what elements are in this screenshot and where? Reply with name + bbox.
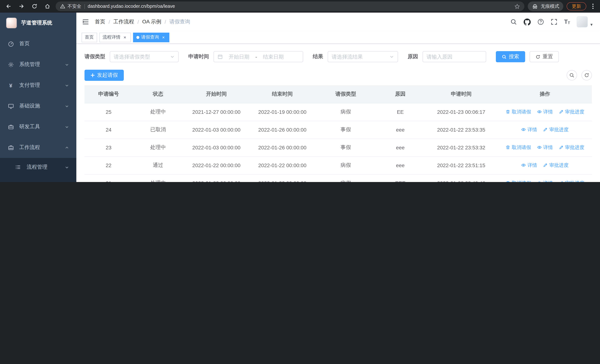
browser-menu-icon[interactable] (590, 3, 596, 9)
sidebar-item-system[interactable]: 系统管理 (0, 54, 76, 75)
approval-progress-link[interactable]: 审批进度 (543, 126, 569, 133)
toggle-search-icon[interactable] (567, 70, 577, 80)
detail-label: 详情 (543, 180, 553, 182)
cell-status: 已取消 (133, 121, 183, 139)
sidebar-item-task-management[interactable]: 任务管理 (0, 177, 76, 182)
home-icon[interactable] (43, 1, 52, 11)
breadcrumb-oa-example[interactable]: OA 示例 (142, 19, 161, 25)
cell-leave-type: 病假 (315, 156, 376, 174)
breadcrumb-home[interactable]: 首页 (95, 19, 105, 25)
sidebar-toggle-icon[interactable] (76, 13, 95, 31)
security-warning[interactable]: 不安全 (60, 3, 81, 9)
browser-update-button[interactable]: 更新 (567, 2, 586, 10)
yen-icon: ¥ (7, 82, 14, 88)
start-date-input[interactable] (225, 54, 253, 60)
browser-chrome: 不安全 dashboard.yudao.iocoder.cn/bpm/oa/le… (0, 0, 600, 13)
edit-icon (543, 163, 548, 168)
cell-end-time: 2022-01-26 00:00:00 (249, 121, 315, 139)
cancel-leave-link[interactable]: 取消请假 (506, 109, 531, 115)
trash-icon (506, 110, 510, 114)
detail-link[interactable]: 详情 (537, 109, 553, 115)
result-input[interactable] (332, 54, 390, 60)
logo-image (6, 18, 17, 28)
incognito-badge: 无痕模式 (528, 1, 563, 11)
refresh-table-icon[interactable] (581, 70, 592, 80)
reload-icon[interactable] (30, 1, 39, 11)
cell-start-time: 2021-12-27 00:00:00 (183, 103, 249, 121)
cell-leave-type: 事假 (315, 139, 376, 156)
approval-progress-label: 审批进度 (549, 162, 569, 169)
close-icon[interactable]: × (122, 35, 128, 40)
sidebar-item-workflow[interactable]: 工作流程 (0, 137, 76, 158)
leave-type-select[interactable] (110, 51, 179, 62)
breadcrumb-workflow[interactable]: 工作流程 (113, 19, 134, 25)
chevron-down-icon (65, 63, 69, 66)
tags-bar: 首页 流程详情 × 请假查询 × (76, 31, 600, 44)
table-row: 21 处理中 2022-01-22 00:00:00 2022-01-23 00… (84, 174, 592, 182)
list-icon (15, 164, 21, 170)
cancel-leave-link[interactable]: 取消请假 (506, 144, 531, 151)
tab-leave-query[interactable]: 请假查询 × (133, 32, 169, 42)
user-menu[interactable]: ▼ (577, 16, 593, 28)
result-label: 结果 (313, 53, 323, 60)
main: 首页 / 工作流程 / OA 示例 / 请假查询 (76, 13, 600, 182)
cell-status: 处理中 (133, 103, 183, 121)
url-text[interactable]: dashboard.yudao.iocoder.cn/bpm/oa/leave (88, 4, 511, 9)
sidebar-item-payment[interactable]: ¥ 支付管理 (0, 75, 76, 96)
end-date-input[interactable] (259, 54, 287, 60)
close-icon[interactable]: × (161, 35, 166, 40)
detail-link[interactable]: 详情 (521, 126, 537, 133)
detail-link[interactable]: 详情 (537, 180, 553, 182)
detail-label: 详情 (527, 162, 537, 169)
cell-start-time: 2022-01-22 00:00:00 (183, 174, 249, 182)
breadcrumb-separator: / (138, 19, 139, 25)
reason-input[interactable] (427, 54, 482, 60)
url-bar[interactable]: 不安全 dashboard.yudao.iocoder.cn/bpm/oa/le… (56, 1, 525, 11)
cancel-leave-link[interactable]: 取消请假 (506, 180, 531, 182)
fullscreen-icon[interactable] (551, 19, 557, 25)
approval-progress-label: 审批进度 (549, 126, 569, 133)
approval-progress-link[interactable]: 审批进度 (559, 144, 584, 151)
avatar[interactable] (577, 16, 588, 28)
result-select[interactable] (328, 51, 398, 62)
approval-progress-link[interactable]: 审批进度 (559, 109, 584, 115)
cell-reason: EEE (376, 174, 424, 182)
approval-progress-link[interactable]: 审批进度 (559, 180, 584, 182)
search-button[interactable]: 搜索 (496, 51, 525, 62)
app-logo[interactable]: 芋道管理系统 (0, 13, 76, 33)
refresh-icon (535, 54, 540, 59)
sidebar-item-devtools[interactable]: 研发工具 (0, 116, 76, 137)
sidebar-item-process-management[interactable]: 流程管理 (0, 158, 76, 177)
detail-link[interactable]: 详情 (537, 144, 553, 151)
approval-progress-link[interactable]: 审批进度 (543, 162, 569, 169)
sidebar-item-home[interactable]: 首页 (0, 33, 76, 54)
cancel-leave-label: 取消请假 (512, 144, 531, 151)
leave-type-input[interactable] (114, 54, 170, 60)
back-icon[interactable] (4, 1, 13, 11)
cell-end-time: 2022-01-23 00:00:00 (249, 174, 315, 182)
reset-button[interactable]: 重置 (530, 51, 559, 62)
leave-type-group: 请假类型 (84, 51, 179, 62)
create-leave-button[interactable]: 发起请假 (84, 70, 124, 81)
active-dot (136, 36, 139, 39)
forward-icon[interactable] (17, 1, 26, 11)
reason-field[interactable] (422, 51, 486, 62)
font-size-icon[interactable]: TT (564, 19, 570, 25)
date-range-picker[interactable]: - (214, 51, 303, 62)
cell-start-time: 2022-01-03 00:00:00 (183, 121, 249, 139)
trash-icon (506, 181, 510, 182)
search-icon[interactable] (510, 19, 517, 25)
github-icon[interactable] (524, 18, 531, 25)
sidebar-item-infrastructure[interactable]: 基础设施 (0, 96, 76, 116)
detail-link[interactable]: 详情 (521, 162, 537, 169)
table-row: 25 处理中 2021-12-27 00:00:00 2022-01-19 00… (84, 103, 592, 121)
plus-icon (90, 73, 95, 77)
dashboard-icon (7, 41, 14, 47)
col-end-time: 结束时间 (249, 85, 315, 103)
tab-home[interactable]: 首页 (82, 32, 97, 42)
security-warning-label: 不安全 (67, 3, 81, 9)
bookmark-star-icon[interactable] (514, 3, 520, 9)
calendar-icon (217, 54, 223, 59)
tab-process-detail[interactable]: 流程详情 × (99, 32, 131, 42)
help-icon[interactable] (537, 19, 544, 25)
